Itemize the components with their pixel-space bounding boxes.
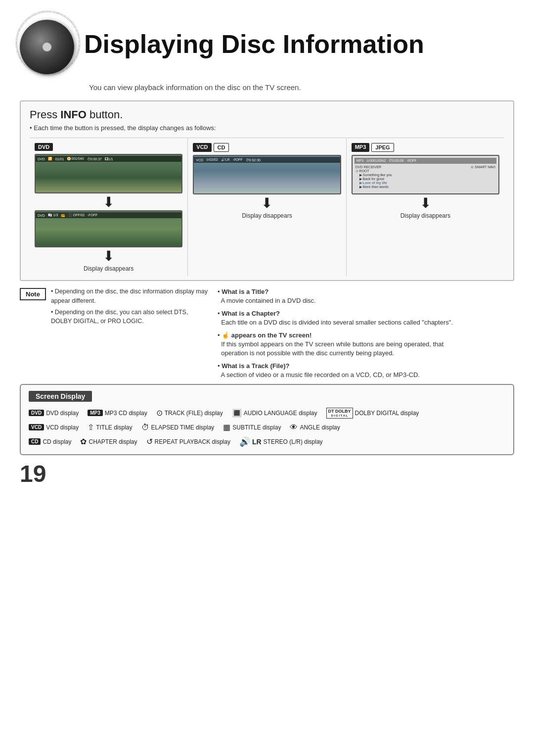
title-icon: ⇧ [88,424,94,431]
sd-elapsed: ⏱ ELAPSED TIME display [141,424,215,431]
screen-display-title: Screen Display [29,391,92,402]
press-info-section: Press INFO button. • Each time the butto… [20,100,514,281]
elapsed-icon: ⏱ [141,424,149,431]
sd-track: ⊙ TRACK (FILE) display [156,409,223,417]
dvd-badge-group: DVD [35,143,53,151]
cd-badge: CD [214,143,229,152]
chapter-icon: ✿ [80,438,87,446]
bullet-track: • What is a Track (File)? A section of v… [218,361,514,379]
note-content: • Depending on the disc, the disc inform… [51,287,208,326]
vcd-arrow: ⬇ [193,196,341,210]
sd-vcd: VCD VCD display [29,424,79,431]
sd-row-3: CD CD display ✿ CHAPTER display ↺ REPEAT… [29,436,505,447]
left-column: Note • Depending on the disc, the disc i… [20,287,208,379]
note-section: Note • Depending on the disc, the disc i… [20,287,208,326]
sd-mp3: MP3 MP3 CD display [88,410,147,417]
bullet-title: • What is a Title? A movie contained in … [218,287,514,305]
sd-cd: CD CD display [29,438,71,445]
dvd-display-badge: DVD [29,410,44,416]
bullet-hand: • ☝ appears on the TV screen! If this sy… [218,331,514,357]
mp3-hud: MP3⊙0001/0042⏱0:00:09↺OFF [355,158,496,164]
sd-row-2: VCD VCD display ⇧ TITLE display ⏱ ELAPSE… [29,424,505,431]
lr-badge: LR [252,438,262,446]
cd-display-badge: CD [29,438,41,445]
right-column: • What is a Title? A movie contained in … [208,287,514,379]
chapter-label: CHAPTER display [89,438,137,445]
track-icon: ⊙ [156,409,163,417]
vcd-badge: VCD [193,143,211,152]
bullet-chapter: • What is a Chapter? Each title on a DVD… [218,309,514,327]
cd-display-label: CD display [43,438,71,445]
screen-display-box: Screen Display DVD DVD display MP3 MP3 C… [20,384,514,455]
title-display-label: TITLE display [96,424,132,431]
mp3-display-label: MP3 CD display [105,410,147,417]
mp3-list: DVD RECEIVER⊙ SMART NAVI ⊃ ROOT ▶ Someth… [355,164,496,190]
note-item-2: • Depending on the disc, you can also se… [51,308,208,327]
audio-lang-label: AUDIO LANGUAGE display [244,410,317,417]
repeat-label: REPEAT PLAYBACK display [155,438,230,445]
sd-subtitle: ▦ SUBTITLE display [223,424,281,431]
sd-dolby: DT DOLBYD I G I T A L DOLBY DIGITAL disp… [326,408,419,419]
mp3-badge-group: MP3 JPEG [352,143,394,152]
repeat-icon: ↺ [146,438,153,446]
vcd-display-label: VCD display [46,424,79,431]
audio-lang-icon: 🔳 [232,409,242,417]
vcd-disappears: Display disappears [193,212,341,219]
dvd-hud-1: DVD🔁01/01📀001/040⏱0:00:37🎞1/1 [36,156,181,162]
header-subtitle: You can view playback information on the… [0,79,534,92]
angle-label: ANGLE display [300,424,340,431]
note-label: Note [20,288,46,300]
dvd-disappears: Display disappears [35,265,182,272]
jpeg-badge: JPEG [371,143,394,152]
vcd-display-badge: VCD [29,424,44,430]
dvd-arrow-1: ⬇ [35,195,182,209]
sd-title: ⇧ TITLE display [88,424,132,431]
vcd-badge-group: VCD CD [193,143,229,152]
stereo-icon: 🔊 [239,436,250,447]
mp3-display-badge: MP3 [88,410,103,416]
sd-row-1: DVD DVD display MP3 MP3 CD display ⊙ TRA… [29,408,505,419]
dvd-arrow-2: ⬇ [35,249,182,263]
dvd-column: DVD DVD🔁01/01📀001/040⏱0:00:37🎞1/1 ⬇ DVD🇰… [30,138,188,276]
press-info-subtitle: • Each time the button is pressed, the d… [30,124,504,132]
page-number: 19 [0,455,534,487]
disc-icon [20,20,74,74]
elapsed-label: ELAPSED TIME display [151,424,215,431]
dvd-screen-2: DVD🇰🇴 1/3📻⬛OFF/02↺OFF [35,210,182,247]
mp3-disappears: Display disappears [352,212,499,219]
sd-angle: 👁 ANGLE display [290,424,340,431]
dvd-display-label: DVD display [46,410,79,417]
dolby-label: DOLBY DIGITAL display [355,410,419,417]
dolby-icon: DT DOLBYD I G I T A L [326,408,353,419]
dvd-screen-1: DVD🔁01/01📀001/040⏱0:00:37🎞1/1 [35,154,182,193]
main-content: Note • Depending on the disc, the disc i… [20,287,514,379]
stereo-label: STEREO (L/R) display [264,438,323,445]
vcd-hud: VCD⊙02/02🔊LR↺OFF⏱0:02:30 [194,157,340,163]
angle-icon: 👁 [290,424,298,431]
dvd-badge: DVD [35,143,53,151]
vcd-screen: VCD⊙02/02🔊LR↺OFF⏱0:02:30 [193,155,341,194]
mp3-column: MP3 JPEG MP3⊙0001/0042⏱0:00:09↺OFF DVD R… [347,138,504,276]
track-display-label: TRACK (FILE) display [165,410,223,417]
page-title: Displaying Disc Information [64,30,424,58]
sd-stereo: 🔊 LR STEREO (L/R) display [239,436,323,447]
subtitle-label: SUBTITLE display [232,424,281,431]
sd-dvd: DVD DVD display [29,410,79,417]
sd-chapter: ✿ CHAPTER display [80,438,137,446]
note-item-1: • Depending on the disc, the disc inform… [51,287,208,306]
subtitle-icon: ▦ [223,424,230,431]
sd-audio: 🔳 AUDIO LANGUAGE display [232,409,317,417]
sd-repeat: ↺ REPEAT PLAYBACK display [146,438,230,446]
info-bold: INFO [60,108,87,121]
mp3-screen: MP3⊙0001/0042⏱0:00:09↺OFF DVD RECEIVER⊙ … [352,155,499,194]
dvd-hud-2: DVD🇰🇴 1/3📻⬛OFF/02↺OFF [36,212,181,218]
mp3-badge: MP3 [352,143,370,152]
mp3-arrow: ⬇ [352,196,499,210]
page-header: 0101010100101011010010101101001010110100… [0,0,534,79]
vcd-column: VCD CD VCD⊙02/02🔊LR↺OFF⏱0:02:30 ⬇ Displa… [188,138,346,276]
display-columns: DVD DVD🔁01/01📀001/040⏱0:00:37🎞1/1 ⬇ DVD🇰… [30,138,504,276]
press-info-title: Press INFO button. [30,108,504,121]
